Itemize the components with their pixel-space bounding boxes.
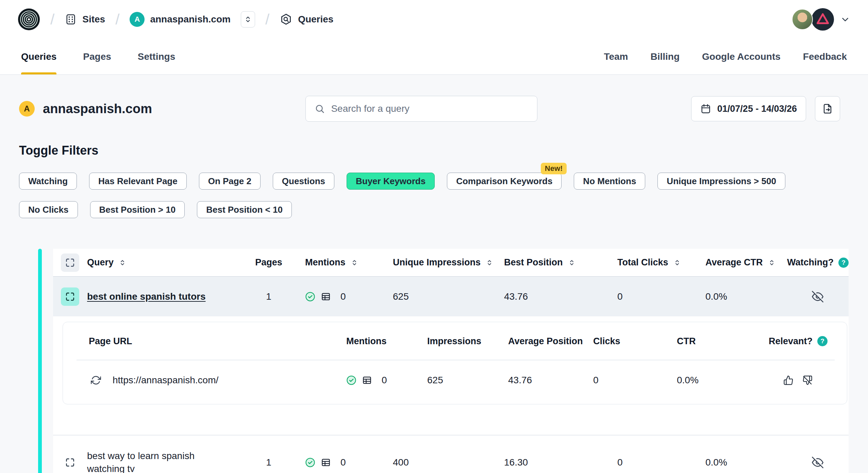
relevant-help-icon[interactable]: ? (817, 336, 828, 346)
refresh-icon (91, 375, 101, 385)
filter-chip-no-mentions[interactable]: No Mentions (574, 173, 645, 190)
filters-heading: Toggle Filters (19, 143, 840, 158)
chevron-down-icon[interactable] (840, 14, 850, 24)
filter-chip-best-position-gt-10[interactable]: Best Position > 10 (90, 201, 185, 218)
column-header-average-ctr[interactable]: Average CTR (699, 257, 787, 268)
total-clicks-value: 0 (604, 457, 699, 468)
table-row[interactable]: best online spanish tutors 1 0 (53, 277, 849, 316)
breadcrumb-sites[interactable]: Sites (65, 13, 105, 25)
average-ctr-value: 0.0% (699, 291, 787, 302)
watching-help-icon[interactable]: ? (838, 258, 849, 268)
expand-icon (65, 258, 75, 268)
export-button[interactable] (815, 96, 840, 121)
sub-header-ctr: CTR (655, 336, 749, 347)
check-circle-icon (346, 375, 356, 385)
site-selector-name: annaspanish.com (150, 14, 231, 25)
up-down-chevrons-icon (244, 15, 252, 24)
sub-header-page-url: Page URL (63, 336, 326, 347)
column-header-best-position[interactable]: Best Position (494, 257, 604, 268)
query-search[interactable] (305, 96, 537, 122)
app-logo[interactable] (18, 8, 40, 31)
mentions-count: 0 (340, 457, 346, 468)
nav-link-google-accounts[interactable]: Google Accounts (702, 39, 781, 74)
site-selector[interactable]: A annaspanish.com (130, 11, 255, 28)
account-menu[interactable] (792, 8, 850, 31)
site-title-block: A annaspanish.com (19, 101, 152, 117)
table-row[interactable]: best way to learn spanish watching tv 1 … (53, 435, 849, 473)
sub-header-impressions: Impressions (412, 336, 495, 347)
refresh-page-button[interactable] (91, 375, 101, 385)
top-navigation: / Sites / A annaspanish.com / Queries (0, 0, 868, 39)
site-switcher-button[interactable] (241, 11, 255, 28)
table-icon[interactable] (321, 457, 331, 468)
filter-chip-has-relevant-page[interactable]: Has Relevant Page (89, 173, 187, 190)
site-avatar: A (130, 12, 145, 27)
sub-header-average-position: Average Position (495, 336, 583, 347)
sites-building-icon (65, 13, 77, 25)
search-input[interactable] (331, 103, 528, 114)
column-header-total-clicks[interactable]: Total Clicks (604, 257, 699, 268)
filter-chips: Watching Has Relevant Page On Page 2 Que… (19, 173, 801, 218)
date-range-label: 01/07/25 - 14/03/26 (717, 104, 797, 114)
header-actions: 01/07/25 - 14/03/26 (691, 96, 840, 121)
filter-chip-watching[interactable]: Watching (19, 173, 77, 190)
query-link[interactable]: best online spanish tutors (87, 291, 205, 302)
watching-toggle[interactable] (812, 291, 823, 302)
nav-link-team[interactable]: Team (604, 39, 628, 74)
accent-bar (38, 249, 42, 473)
relevant-thumbs-down-slash-button[interactable] (802, 375, 813, 385)
collapse-row-button[interactable] (61, 287, 79, 306)
eye-off-icon (812, 457, 823, 468)
thumbs-down-slash-icon (802, 375, 813, 385)
user-avatar[interactable] (792, 9, 813, 30)
expand-row-button[interactable] (61, 453, 79, 472)
row-spacer (53, 404, 849, 435)
tab-queries[interactable]: Queries (21, 39, 56, 74)
tab-pages[interactable]: Pages (83, 39, 111, 74)
filter-chip-questions[interactable]: Questions (273, 173, 334, 190)
mentions-count: 0 (340, 291, 346, 302)
table-icon[interactable] (321, 292, 331, 302)
expanded-row-area: Page URL Mentions Impressions Average Po… (53, 316, 849, 404)
relevant-thumbs-up-button[interactable] (783, 375, 794, 385)
queries-hexagon-search-icon (280, 13, 293, 26)
breadcrumb-separator: / (115, 11, 119, 28)
expand-all-button[interactable] (61, 253, 79, 272)
check-circle-icon (305, 292, 315, 302)
thumbs-up-icon (783, 375, 794, 385)
filter-chip-buyer-keywords[interactable]: Buyer Keywords (347, 173, 435, 190)
tabs: Queries Pages Settings (21, 39, 175, 74)
unique-impressions-value: 400 (383, 457, 494, 468)
nav-link-feedback[interactable]: Feedback (803, 39, 847, 74)
mentions-count: 0 (382, 375, 387, 386)
column-header-pages[interactable]: Pages (245, 257, 292, 268)
date-range-button[interactable]: 01/07/25 - 14/03/26 (691, 96, 806, 121)
column-header-query[interactable]: Query (87, 257, 245, 268)
sort-icon (118, 259, 127, 267)
expand-icon (65, 457, 75, 468)
filter-chip-no-clicks[interactable]: No Clicks (19, 201, 78, 218)
sort-icon (673, 259, 681, 267)
queries-table-section: Query Pages Mentions Unique Impressions … (38, 249, 812, 473)
table-icon[interactable] (362, 375, 372, 385)
filter-chip-unique-impressions-500[interactable]: Unique Impressions > 500 (657, 173, 785, 190)
page-url-link[interactable]: https://annaspanish.com/ (113, 375, 218, 386)
eye-off-icon (812, 291, 823, 302)
filter-chip-comparison-keywords[interactable]: Comparison Keywords New! (447, 173, 562, 190)
secondary-navigation: Queries Pages Settings Team Billing Goog… (0, 39, 868, 75)
query-text[interactable]: best way to learn spanish watching tv (87, 450, 245, 473)
filter-chip-best-position-lt-10[interactable]: Best Position < 10 (197, 201, 292, 218)
filter-chip-on-page-2[interactable]: On Page 2 (199, 173, 261, 190)
org-logo-icon[interactable] (812, 8, 834, 31)
clicks-value: 0 (583, 375, 655, 386)
breadcrumb-queries[interactable]: Queries (280, 13, 333, 26)
watching-toggle[interactable] (812, 457, 823, 468)
nav-link-billing[interactable]: Billing (651, 39, 680, 74)
sort-icon (350, 259, 358, 267)
calendar-icon (700, 103, 711, 114)
column-header-unique-impressions[interactable]: Unique Impressions (383, 257, 494, 268)
tab-settings[interactable]: Settings (138, 39, 175, 74)
impressions-value: 625 (412, 375, 495, 386)
queries-table: Query Pages Mentions Unique Impressions … (53, 249, 849, 473)
column-header-mentions[interactable]: Mentions (292, 257, 383, 268)
